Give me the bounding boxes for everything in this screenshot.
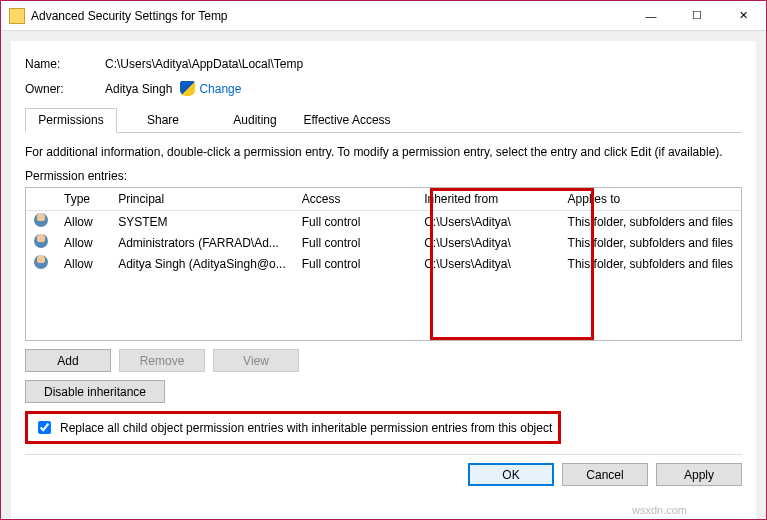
permission-table: Type Principal Access Inherited from App… bbox=[25, 187, 742, 341]
cell-applies: This folder, subfolders and files bbox=[560, 253, 741, 274]
col-access[interactable]: Access bbox=[294, 188, 416, 211]
user-icon bbox=[34, 255, 48, 269]
table-row[interactable]: Allow SYSTEM Full control C:\Users\Adity… bbox=[26, 211, 741, 233]
name-label: Name: bbox=[25, 57, 105, 71]
user-icon bbox=[34, 234, 48, 248]
cell-principal: SYSTEM bbox=[110, 211, 294, 233]
titlebar: Advanced Security Settings for Temp ― ☐ … bbox=[1, 1, 766, 31]
info-text: For additional information, double-click… bbox=[25, 145, 742, 159]
tab-strip: Permissions Share Auditing Effective Acc… bbox=[25, 108, 742, 133]
table-row[interactable]: Allow Administrators (FARRAD\Ad... Full … bbox=[26, 232, 741, 253]
inherit-row: Disable inheritance bbox=[25, 380, 742, 403]
col-icon bbox=[26, 188, 56, 211]
shield-icon bbox=[180, 81, 195, 96]
name-value: C:\Users\Aditya\AppData\Local\Temp bbox=[105, 57, 303, 71]
cell-type: Allow bbox=[56, 211, 110, 233]
col-principal[interactable]: Principal bbox=[110, 188, 294, 211]
apply-button[interactable]: Apply bbox=[656, 463, 742, 486]
add-button[interactable]: Add bbox=[25, 349, 111, 372]
replace-children-label: Replace all child object permission entr… bbox=[60, 421, 552, 435]
entries-label: Permission entries: bbox=[25, 169, 742, 183]
cell-applies: This folder, subfolders and files bbox=[560, 232, 741, 253]
owner-label: Owner: bbox=[25, 82, 105, 96]
cell-principal: Administrators (FARRAD\Ad... bbox=[110, 232, 294, 253]
view-button: View bbox=[213, 349, 299, 372]
tab-effective-access[interactable]: Effective Access bbox=[301, 108, 393, 132]
cell-type: Allow bbox=[56, 253, 110, 274]
cell-access: Full control bbox=[294, 253, 416, 274]
cell-inherited: C:\Users\Aditya\ bbox=[416, 211, 559, 233]
disable-inheritance-button[interactable]: Disable inheritance bbox=[25, 380, 165, 403]
cell-applies: This folder, subfolders and files bbox=[560, 211, 741, 233]
cell-access: Full control bbox=[294, 232, 416, 253]
table-header-row: Type Principal Access Inherited from App… bbox=[26, 188, 741, 211]
close-button[interactable]: ✕ bbox=[720, 1, 766, 31]
maximize-button[interactable]: ☐ bbox=[674, 1, 720, 31]
cell-access: Full control bbox=[294, 211, 416, 233]
watermark: wsxdn.com bbox=[632, 504, 687, 516]
entry-buttons: Add Remove View bbox=[25, 349, 742, 372]
ok-button[interactable]: OK bbox=[468, 463, 554, 486]
owner-value: Aditya Singh bbox=[105, 82, 172, 96]
cell-inherited: C:\Users\Aditya\ bbox=[416, 253, 559, 274]
cancel-button[interactable]: Cancel bbox=[562, 463, 648, 486]
replace-children-checkbox[interactable] bbox=[38, 421, 51, 434]
cell-principal: Aditya Singh (AdityaSingh@o... bbox=[110, 253, 294, 274]
dialog-content: Name: C:\Users\Aditya\AppData\Local\Temp… bbox=[11, 41, 756, 520]
name-row: Name: C:\Users\Aditya\AppData\Local\Temp bbox=[25, 57, 742, 71]
window-title: Advanced Security Settings for Temp bbox=[31, 9, 628, 23]
tab-permissions[interactable]: Permissions bbox=[25, 108, 117, 133]
change-owner-link[interactable]: Change bbox=[199, 82, 241, 96]
col-type[interactable]: Type bbox=[56, 188, 110, 211]
cell-type: Allow bbox=[56, 232, 110, 253]
folder-icon bbox=[9, 8, 25, 24]
col-inherited[interactable]: Inherited from bbox=[416, 188, 559, 211]
minimize-button[interactable]: ― bbox=[628, 1, 674, 31]
cell-inherited: C:\Users\Aditya\ bbox=[416, 232, 559, 253]
footer-buttons: OK Cancel Apply bbox=[25, 454, 742, 486]
tab-auditing[interactable]: Auditing bbox=[209, 108, 301, 132]
table-row[interactable]: Allow Aditya Singh (AdityaSingh@o... Ful… bbox=[26, 253, 741, 274]
user-icon bbox=[34, 213, 48, 227]
remove-button: Remove bbox=[119, 349, 205, 372]
col-applies[interactable]: Applies to bbox=[560, 188, 741, 211]
tab-share[interactable]: Share bbox=[117, 108, 209, 132]
replace-children-row[interactable]: Replace all child object permission entr… bbox=[25, 411, 561, 444]
owner-row: Owner: Aditya Singh Change bbox=[25, 81, 742, 96]
